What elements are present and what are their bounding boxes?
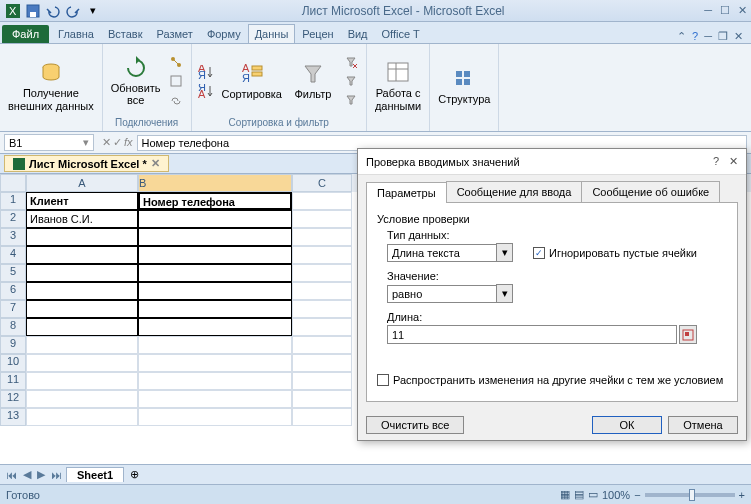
- filter-button[interactable]: Фильтр: [288, 60, 338, 102]
- cell[interactable]: [138, 390, 292, 408]
- type-select[interactable]: Длина текста ▾: [387, 243, 513, 262]
- row-header[interactable]: 2: [0, 210, 26, 228]
- zoom-slider[interactable]: [645, 493, 735, 497]
- outline-button[interactable]: Структура: [436, 65, 492, 107]
- tab-review[interactable]: Рецен: [295, 24, 340, 43]
- win-restore-icon[interactable]: ❐: [718, 30, 728, 43]
- cell[interactable]: [138, 354, 292, 372]
- clear-filter-icon[interactable]: [342, 53, 360, 71]
- last-sheet-icon[interactable]: ⏭: [49, 469, 64, 481]
- view-layout-icon[interactable]: ▤: [574, 488, 584, 501]
- row-header[interactable]: 8: [0, 318, 26, 336]
- cell[interactable]: [292, 228, 352, 246]
- row-header[interactable]: 1: [0, 192, 26, 210]
- cell[interactable]: [292, 390, 352, 408]
- tab-error-alert[interactable]: Сообщение об ошибке: [581, 181, 720, 202]
- cell[interactable]: [26, 282, 138, 300]
- chevron-down-icon[interactable]: ▾: [496, 284, 513, 303]
- cell[interactable]: [138, 210, 292, 228]
- win-close-icon[interactable]: ✕: [734, 30, 743, 43]
- ok-button[interactable]: ОК: [592, 416, 662, 434]
- cell[interactable]: [292, 210, 352, 228]
- sort-za-icon[interactable]: ЯА: [198, 82, 216, 100]
- close-icon[interactable]: ✕: [738, 4, 747, 17]
- value-select[interactable]: равно ▾: [387, 284, 727, 303]
- col-header-a[interactable]: A: [26, 174, 138, 192]
- cell[interactable]: [292, 318, 352, 336]
- cell[interactable]: [138, 246, 292, 264]
- undo-icon[interactable]: [44, 2, 62, 20]
- fx-icon[interactable]: fx: [124, 136, 133, 149]
- tab-data[interactable]: Данны: [248, 24, 296, 43]
- tab-office[interactable]: Office T: [375, 24, 427, 43]
- workbook-tab[interactable]: Лист Microsoft Excel * ✕: [4, 155, 169, 172]
- sort-button[interactable]: АЯ Сортировка: [220, 60, 284, 102]
- cell[interactable]: [138, 282, 292, 300]
- row-header[interactable]: 11: [0, 372, 26, 390]
- first-sheet-icon[interactable]: ⏮: [4, 469, 19, 481]
- cell[interactable]: [26, 390, 138, 408]
- file-tab[interactable]: Файл: [2, 25, 49, 43]
- propagate-checkbox[interactable]: Распространить изменения на другие ячейк…: [377, 374, 727, 386]
- row-header[interactable]: 12: [0, 390, 26, 408]
- cell[interactable]: [292, 300, 352, 318]
- row-header[interactable]: 3: [0, 228, 26, 246]
- row-header[interactable]: 10: [0, 354, 26, 372]
- tab-insert[interactable]: Вставк: [101, 24, 150, 43]
- cell[interactable]: [26, 372, 138, 390]
- zoom-in-icon[interactable]: +: [739, 489, 745, 501]
- tab-view[interactable]: Вид: [341, 24, 375, 43]
- cell[interactable]: [138, 408, 292, 426]
- ribbon-minimize-icon[interactable]: ⌃: [677, 30, 686, 43]
- sort-az-icon[interactable]: АЯ: [198, 63, 216, 81]
- refresh-all-button[interactable]: Обновить все: [109, 54, 163, 108]
- redo-icon[interactable]: [64, 2, 82, 20]
- tab-formulas[interactable]: Форму: [200, 24, 248, 43]
- name-box-input[interactable]: [9, 136, 69, 149]
- ignore-blank-checkbox[interactable]: ✓ Игнорировать пустые ячейки: [533, 247, 697, 259]
- chevron-down-icon[interactable]: ▾: [496, 243, 513, 262]
- row-header[interactable]: 9: [0, 336, 26, 354]
- cell[interactable]: [26, 408, 138, 426]
- cell[interactable]: [26, 264, 138, 282]
- save-icon[interactable]: [24, 2, 42, 20]
- maximize-icon[interactable]: ☐: [720, 4, 730, 17]
- cell[interactable]: [26, 246, 138, 264]
- help-icon[interactable]: ?: [713, 155, 719, 168]
- length-input[interactable]: [387, 325, 677, 344]
- select-all-corner[interactable]: [0, 174, 26, 192]
- cell[interactable]: Иванов С.И.: [26, 210, 138, 228]
- cell[interactable]: Клиент: [26, 192, 138, 210]
- col-header-c[interactable]: C: [292, 174, 352, 192]
- view-normal-icon[interactable]: ▦: [560, 488, 570, 501]
- dialog-titlebar[interactable]: Проверка вводимых значений ? ✕: [358, 149, 746, 175]
- cell[interactable]: [292, 192, 352, 210]
- row-header[interactable]: 13: [0, 408, 26, 426]
- tab-parameters[interactable]: Параметры: [366, 182, 447, 203]
- range-picker-icon[interactable]: [679, 325, 697, 344]
- get-external-data-button[interactable]: Получение внешних данных: [6, 59, 96, 113]
- sheet-tab[interactable]: Sheet1: [66, 467, 124, 482]
- row-header[interactable]: 7: [0, 300, 26, 318]
- help-icon[interactable]: ?: [692, 30, 698, 43]
- zoom-out-icon[interactable]: −: [634, 489, 640, 501]
- data-tools-button[interactable]: Работа с данными: [373, 59, 423, 113]
- cell[interactable]: [292, 282, 352, 300]
- tab-input-message[interactable]: Сообщение для ввода: [446, 181, 583, 202]
- cell[interactable]: [138, 372, 292, 390]
- cell[interactable]: [138, 264, 292, 282]
- cell[interactable]: [292, 264, 352, 282]
- cell[interactable]: Номер телефона: [138, 192, 292, 210]
- cell[interactable]: [26, 318, 138, 336]
- new-sheet-icon[interactable]: ⊕: [126, 468, 143, 481]
- edit-links-icon[interactable]: [167, 91, 185, 109]
- close-icon[interactable]: ✕: [729, 155, 738, 168]
- tab-home[interactable]: Главна: [51, 24, 101, 43]
- cell[interactable]: [292, 246, 352, 264]
- chevron-down-icon[interactable]: ▾: [83, 136, 89, 149]
- minimize-icon[interactable]: ─: [704, 4, 712, 17]
- tab-layout[interactable]: Размет: [150, 24, 200, 43]
- cell[interactable]: [292, 408, 352, 426]
- clear-all-button[interactable]: Очистить все: [366, 416, 464, 434]
- cell[interactable]: [26, 228, 138, 246]
